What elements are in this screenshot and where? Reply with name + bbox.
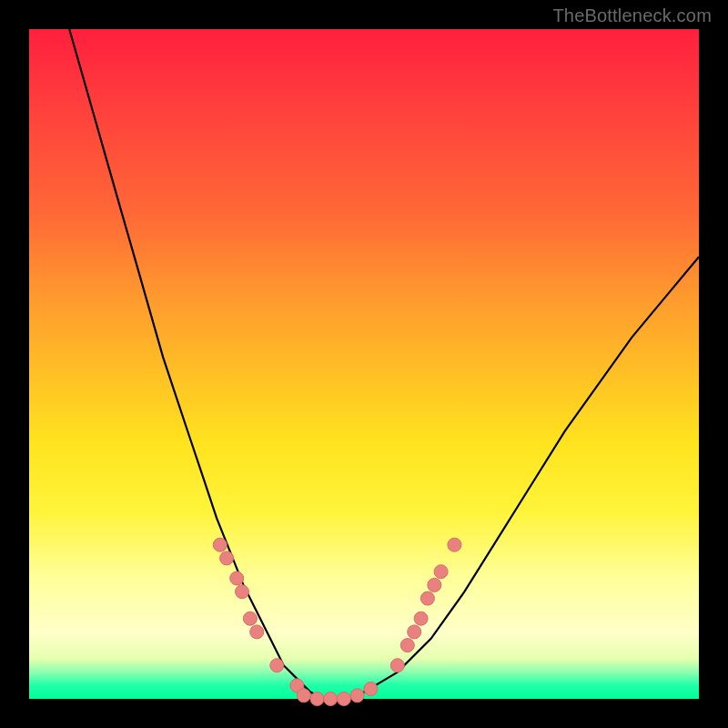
curve-group (69, 29, 699, 699)
data-marker (324, 693, 338, 706)
data-marker (420, 592, 434, 605)
bottleneck-curve (69, 29, 699, 699)
data-marker (297, 689, 310, 703)
data-marker (270, 659, 284, 672)
data-marker (390, 659, 404, 672)
data-marker (408, 625, 421, 639)
data-marker (414, 612, 428, 625)
chart-frame: TheBottleneck.com (0, 0, 728, 728)
data-marker (236, 585, 249, 599)
data-marker (310, 693, 324, 706)
data-marker (213, 538, 227, 551)
marker-group (213, 538, 461, 705)
data-marker (250, 625, 264, 639)
data-marker (230, 571, 244, 585)
data-marker (220, 551, 234, 565)
data-marker (364, 682, 378, 696)
data-marker (434, 565, 448, 579)
chart-svg (29, 29, 699, 699)
data-marker (448, 538, 461, 551)
watermark-text: TheBottleneck.com (552, 5, 712, 26)
data-marker (350, 689, 364, 703)
data-marker (428, 578, 441, 592)
data-marker (243, 612, 257, 625)
data-marker (400, 639, 414, 652)
data-marker (337, 693, 350, 706)
